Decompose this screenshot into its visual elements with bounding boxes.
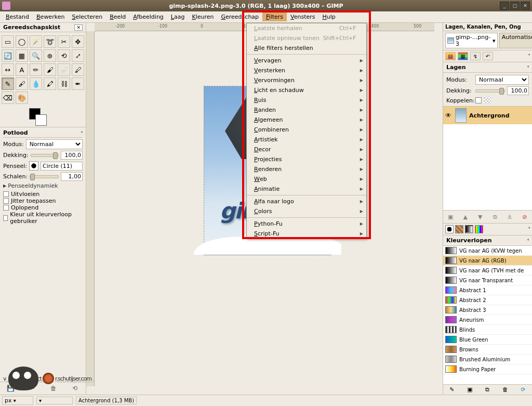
menu-item-script-fu[interactable]: Script-Fu▶ <box>247 229 366 239</box>
menu-item-versterken[interactable]: Versterken▶ <box>247 66 366 75</box>
menu-bewerken[interactable]: Bewerken <box>33 12 68 21</box>
layer-row[interactable]: 👁 Achtergrond <box>443 107 532 124</box>
menu-item-decor[interactable]: Decor▶ <box>247 145 366 154</box>
tab-layers-icon[interactable]: ▤ <box>445 52 456 60</box>
restore-options-icon[interactable]: ↩ <box>28 384 37 393</box>
layer-visibility-icon[interactable]: 👁 <box>445 112 453 119</box>
tool-button-16[interactable]: 🩹 <box>58 63 70 76</box>
menu-bestand[interactable]: Bestand <box>2 12 33 21</box>
tool-button-7[interactable]: ▦ <box>16 49 28 62</box>
checkbox-icon[interactable] <box>3 198 9 204</box>
layer-mode-select[interactable]: Normaal <box>475 75 529 85</box>
menu-selecteren[interactable]: Selecteren <box>68 12 106 21</box>
tab-brushes-icon[interactable] <box>445 225 454 233</box>
lock-pixels-checkbox[interactable] <box>475 97 482 103</box>
maximize-button[interactable]: ▢ <box>510 2 520 10</box>
menubar[interactable]: BestandBewerkenSelecterenBeeldAfbeelding… <box>0 11 532 23</box>
checkbox-icon[interactable] <box>3 205 9 211</box>
tool-button-14[interactable]: ✏ <box>30 63 42 76</box>
tool-button-6[interactable]: 🔄 <box>2 49 14 62</box>
menu-hulp[interactable]: Hulp <box>319 12 339 21</box>
delete-options-icon[interactable]: 🗑 <box>49 384 58 393</box>
save-options-icon[interactable]: 💾 <box>6 384 16 393</box>
gradient-item[interactable]: Burning Paper <box>443 364 532 374</box>
tool-button-1[interactable]: ◯ <box>16 35 28 48</box>
gradient-item[interactable]: Aneurism <box>443 315 532 325</box>
gradient-item[interactable]: VG naar AG (TVH met de <box>443 266 532 276</box>
menu-item-vervagen[interactable]: Vervagen▶ <box>247 56 366 66</box>
menu-item-vervormingen[interactable]: Vervormingen▶ <box>247 75 366 85</box>
gradient-item[interactable]: Abstract 3 <box>443 305 532 315</box>
tool-button-23[interactable]: ✒ <box>72 77 84 90</box>
checkbox-icon[interactable] <box>3 191 9 197</box>
tool-button-24[interactable]: ⌫ <box>2 91 14 104</box>
layer-name[interactable]: Achtergrond <box>469 112 510 119</box>
tool-button-19[interactable]: 🖋 <box>16 77 28 90</box>
new-layer-icon[interactable]: ▣ <box>445 212 456 221</box>
edit-gradient-icon[interactable]: ✎ <box>449 386 454 393</box>
menu-vensters[interactable]: Vensters <box>287 12 318 21</box>
gradient-item[interactable]: VG naar AG (KVW tegen <box>443 246 532 256</box>
tool-button-25[interactable]: 🎨 <box>16 91 28 104</box>
menu-item-randen[interactable]: Randen▶ <box>247 105 366 115</box>
brush-name[interactable]: Circle (11) <box>41 162 83 171</box>
tool-button-21[interactable]: 🖍 <box>44 77 56 90</box>
gradient-item[interactable]: VG naar AG (RGB) <box>443 256 532 266</box>
tool-button-20[interactable]: 💧 <box>30 77 42 90</box>
tool-button-9[interactable]: ⊕ <box>44 49 56 62</box>
minimize-button[interactable]: _ <box>500 2 509 10</box>
tool-button-5[interactable]: ✥ <box>72 35 84 48</box>
gradient-item[interactable]: Browns <box>443 345 532 355</box>
option-checkbox[interactable]: Jitter toepassen <box>3 198 83 204</box>
tool-button-17[interactable]: 🖊 <box>72 63 84 76</box>
tool-button-22[interactable]: ⛓ <box>58 77 70 90</box>
duplicate-layer-icon[interactable]: ⧉ <box>490 212 500 221</box>
opacity-slider[interactable] <box>31 154 59 157</box>
menu-item-combineren[interactable]: Combineren▶ <box>247 125 366 135</box>
background-color[interactable] <box>35 114 47 126</box>
duplicate-gradient-icon[interactable]: ⧉ <box>485 386 489 393</box>
tool-button-13[interactable]: A <box>16 63 28 76</box>
auto-button[interactable]: Automatisch <box>499 33 532 48</box>
opacity-value[interactable]: 100,0 <box>61 151 83 160</box>
menu-item-colors[interactable]: Colors▶ <box>247 206 366 216</box>
image-selector[interactable]: gimp-...png-3 ▾ <box>445 33 498 48</box>
menu-item-artistiek[interactable]: Artistiek▶ <box>247 135 366 145</box>
gradient-list[interactable]: VG naar AG (KVW tegenVG naar AG (RGB)VG … <box>443 246 532 384</box>
tool-button-3[interactable]: ➰ <box>44 35 56 48</box>
menu-laag[interactable]: Laag <box>167 12 189 21</box>
brush-preview-icon[interactable] <box>29 161 38 171</box>
gradient-item[interactable]: VG naar Transparant <box>443 276 532 285</box>
layer-opacity-value[interactable]: 100,0 <box>507 86 529 95</box>
tab-patterns-icon[interactable] <box>455 225 463 233</box>
tool-button-10[interactable]: ⟲ <box>58 49 70 62</box>
tab-paths-icon[interactable]: ↯ <box>470 52 481 60</box>
checkbox-icon[interactable] <box>3 215 8 221</box>
menu-item-web[interactable]: Web▶ <box>247 174 366 184</box>
layer-list[interactable]: 👁 Achtergrond <box>443 107 532 211</box>
tab-palettes-icon[interactable] <box>475 225 483 233</box>
option-checkbox[interactable]: Uitvloeien <box>3 191 83 198</box>
tab-undo-icon[interactable]: ↶ <box>483 52 493 60</box>
gradient-item[interactable]: Brushed Aluminium <box>443 355 532 364</box>
tool-button-0[interactable]: ▭ <box>2 35 14 48</box>
lower-layer-icon[interactable]: ▼ <box>475 212 485 221</box>
refresh-gradients-icon[interactable]: ⟳ <box>521 386 525 393</box>
menu-item-alfa-naar-logo[interactable]: Alfa naar logo▶ <box>247 197 366 206</box>
gradient-item[interactable]: Blue Green <box>443 335 532 345</box>
menu-item-projecties[interactable]: Projecties▶ <box>247 154 366 164</box>
gradient-item[interactable]: Abstract 1 <box>443 285 532 295</box>
menu-item-licht-en-schaduw[interactable]: Licht en schaduw▶ <box>247 85 366 95</box>
tab-gradients-icon[interactable] <box>465 225 473 233</box>
tool-button-4[interactable]: ✂ <box>58 35 70 48</box>
option-checkbox[interactable]: Oplopend <box>3 204 83 211</box>
tool-button-15[interactable]: 🖌 <box>44 63 56 76</box>
status-zoom[interactable]: ▾ <box>36 397 73 404</box>
tool-button-11[interactable]: ⤢ <box>72 49 84 62</box>
menu-item-alle-filters-herstellen[interactable]: Alle filters herstellen <box>247 43 366 53</box>
tool-button-2[interactable]: 🪄 <box>30 35 42 48</box>
tool-button-8[interactable]: 🔍 <box>30 49 42 62</box>
menu-item-python-fu[interactable]: Python-Fu▶ <box>247 219 366 229</box>
menu-item-animatie[interactable]: Animatie▶ <box>247 184 366 194</box>
gradient-item[interactable]: Abstract 2 <box>443 295 532 305</box>
